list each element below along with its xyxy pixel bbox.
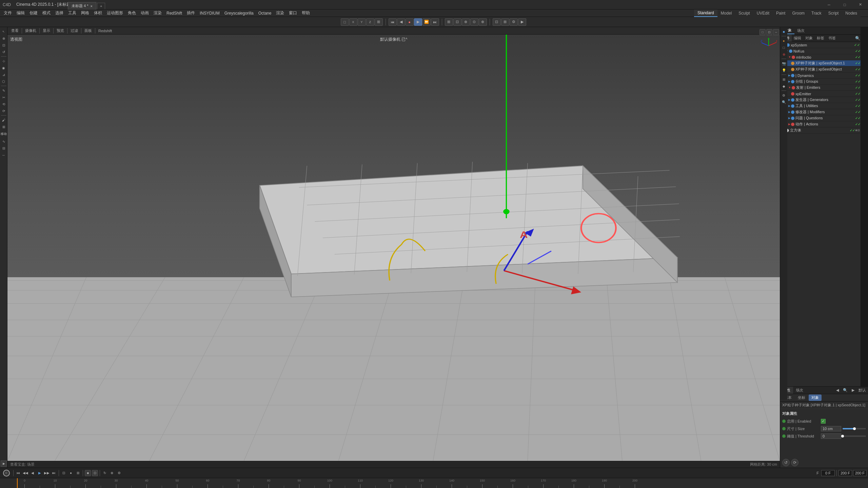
prop-threshold-thumb[interactable] xyxy=(841,435,844,438)
lt-magnet[interactable]: ⊞ xyxy=(1,124,7,130)
ri-search[interactable]: 🔍 xyxy=(781,99,787,105)
tab-paint[interactable]: Paint xyxy=(773,9,789,17)
toolbar-tool3[interactable]: ⊕ xyxy=(479,18,487,26)
obj-cube[interactable]: ▶ 立方体 ✓✓ ⊕⊡ xyxy=(780,127,861,134)
obj-Dynamics[interactable]: ▶ | Dynamics ✓✓ xyxy=(780,73,861,79)
menu-select[interactable]: 选择 xyxy=(53,9,66,17)
obj-Questions[interactable]: ▶ 问题 | Questions ✓✓ xyxy=(780,115,861,121)
lt-edit3[interactable]: ⟲ xyxy=(1,101,7,107)
rp-tab-scene[interactable]: 场次 xyxy=(794,27,807,34)
object-list[interactable]: ▼ xpSystem ✓ ✓ ▼ NxKus ✓✓ ▼ mInfoctio ✓✓ xyxy=(780,42,861,407)
lt-snapping[interactable]: ⊟ xyxy=(1,145,7,151)
menu-tools[interactable]: 工具 xyxy=(66,9,79,17)
menu-render2[interactable]: 渲染 xyxy=(274,9,287,17)
vp-nav-solo[interactable]: □ xyxy=(760,29,766,35)
lt-tool4[interactable]: ⬡ xyxy=(1,78,7,84)
tl-mode2[interactable]: ⊡ xyxy=(92,470,98,476)
obj-xpSystem[interactable]: ▼ xpSystem ✓ ✓ xyxy=(780,42,861,48)
obj-Actions[interactable]: ▶ 动作 | Actions ✓✓ xyxy=(780,121,861,127)
toolbar-record[interactable]: ● xyxy=(406,18,414,26)
toolbar-tool1[interactable]: ⊗ xyxy=(462,18,470,26)
menu-plugins[interactable]: 插件 xyxy=(184,9,197,17)
vp-tab-preview[interactable]: 预览 xyxy=(55,28,66,34)
ri-camera[interactable]: 📷 xyxy=(781,60,787,66)
toolbar-stop[interactable]: ⏭ xyxy=(431,18,439,26)
prop-tab-scene[interactable]: 场次 xyxy=(793,387,806,394)
tab-track[interactable]: Track xyxy=(808,9,825,17)
lt-mirror[interactable]: ↔ xyxy=(1,152,7,158)
maximize-button[interactable]: □ xyxy=(837,0,852,9)
toolbar-render-region[interactable]: ⊞ xyxy=(501,18,509,26)
menu-help[interactable]: 帮助 xyxy=(299,9,312,17)
ri-select[interactable]: ■ xyxy=(781,28,787,35)
lt-edit1[interactable]: ✎ xyxy=(1,87,7,94)
prop-nav-left[interactable]: ◀ xyxy=(834,387,841,393)
vp-tab-view[interactable]: 查看 xyxy=(9,28,20,34)
prop-default-btn[interactable]: 默认 xyxy=(856,387,868,393)
menu-insydium[interactable]: INSYDIUM xyxy=(197,9,222,17)
tab-uvedit[interactable]: UVEdit xyxy=(753,9,773,17)
lt-tool2[interactable]: ◉ xyxy=(1,65,7,71)
toolbar-play-back[interactable]: ⏮ xyxy=(389,18,397,26)
prop-reset-btn[interactable]: ↺ xyxy=(782,459,790,466)
menu-mograph[interactable]: 运动图形 xyxy=(104,9,125,17)
prop-subtab-coord[interactable]: 坐标 xyxy=(795,394,808,401)
obj-Modifiers[interactable]: ▶ 修改器 | Modifiers ✓✓ xyxy=(780,109,861,115)
toolbar-new[interactable]: □ xyxy=(341,18,349,26)
menu-file[interactable]: 文件 xyxy=(1,9,14,17)
tl-rec-all[interactable]: ⊞ xyxy=(75,470,81,476)
lt-rotate[interactable]: ↺ xyxy=(1,49,7,55)
obj-NxKus[interactable]: ▼ NxKus ✓✓ xyxy=(780,48,861,54)
tab-standard[interactable]: Standard xyxy=(694,9,717,17)
tab-script[interactable]: Script xyxy=(825,9,842,17)
menu-window[interactable]: 窗口 xyxy=(287,9,299,17)
tl-last[interactable]: ⏭ xyxy=(51,470,57,476)
menu-mesh[interactable]: 网格 xyxy=(79,9,92,17)
timeline-ruler[interactable]: 0102030405060708090100110120130140150160… xyxy=(0,478,868,488)
tl-current-frame[interactable] xyxy=(821,470,835,476)
lt-tool3[interactable]: ⊿ xyxy=(1,72,7,78)
tl-play[interactable]: ▶ xyxy=(37,470,43,476)
toolbar-play-fwd[interactable]: ⏩ xyxy=(422,18,431,26)
close-button[interactable]: ✕ xyxy=(852,0,868,9)
obj-Groups[interactable]: ▶ 分组 | Groups ✓✓ xyxy=(780,79,861,85)
obj-Utilities[interactable]: ▶ 工具 | Utilities ✓✓ xyxy=(780,103,861,109)
vp-tab-display[interactable]: 显示 xyxy=(41,28,52,34)
toolbar-play[interactable]: ▶ xyxy=(414,18,422,26)
obj-search-btn[interactable]: 🔍 xyxy=(854,35,861,42)
obj-Actions-expand[interactable]: ▶ xyxy=(788,123,790,126)
tl-end-frame2[interactable] xyxy=(853,470,867,476)
new-tab-button[interactable]: + xyxy=(97,3,105,9)
lt-move[interactable]: ⊕ xyxy=(1,35,7,41)
toolbar-lock[interactable]: ⊞ xyxy=(375,18,383,26)
obj-Emitters-expand[interactable]: ▼ xyxy=(788,86,791,89)
prop-enabled-checkbox[interactable]: ✓ xyxy=(821,419,826,424)
menu-greyscale[interactable]: Greyscalegorilla xyxy=(222,9,256,17)
obj-Modifiers-expand[interactable]: ▶ xyxy=(788,110,790,114)
toolbar-step-back[interactable]: ◀ xyxy=(397,18,405,26)
ri-sphere[interactable]: ● xyxy=(781,38,787,44)
tl-prev[interactable]: ◀ xyxy=(29,470,36,476)
toolbar-y[interactable]: Y xyxy=(358,18,366,26)
obj-Dynamics-expand[interactable]: ▶ xyxy=(788,74,790,77)
obj-Generators-expand[interactable]: ▶ xyxy=(788,98,790,101)
vp-tab-redshift[interactable]: Redshift xyxy=(97,28,114,33)
tl-loop[interactable]: ↻ xyxy=(102,470,108,476)
prop-subtab-object[interactable]: 对象 xyxy=(809,394,822,401)
tl-playhead[interactable] xyxy=(17,478,18,488)
obj-tab-bookmarks[interactable]: 书签 xyxy=(826,35,838,42)
menu-animate[interactable]: 动画 xyxy=(138,9,151,17)
tl-mode1[interactable]: ■ xyxy=(85,470,91,476)
obj-xpEmitter[interactable]: xpEmitter ✓✓ xyxy=(780,91,861,97)
tab-model[interactable]: Model xyxy=(717,9,735,17)
obj-xpSeedObject1[interactable]: XP种子对象 | xpSeedObject.1 ✓✓ xyxy=(780,60,861,66)
obj-tab-objects[interactable]: 对象 xyxy=(803,35,815,42)
menu-mode[interactable]: 模式 xyxy=(40,9,53,17)
tl-rec-key[interactable]: ● xyxy=(68,470,74,476)
menu-create[interactable]: 创建 xyxy=(27,9,40,17)
tl-loop2[interactable]: ⊕ xyxy=(109,470,115,476)
ri-deformer[interactable]: ⊞ xyxy=(781,76,787,82)
lt-select[interactable]: ↖ xyxy=(1,28,7,35)
obj-mInfoctio[interactable]: ▼ mInfoctio ✓✓ xyxy=(780,54,861,60)
vp-tab-filter[interactable]: 过滤 xyxy=(69,28,80,34)
